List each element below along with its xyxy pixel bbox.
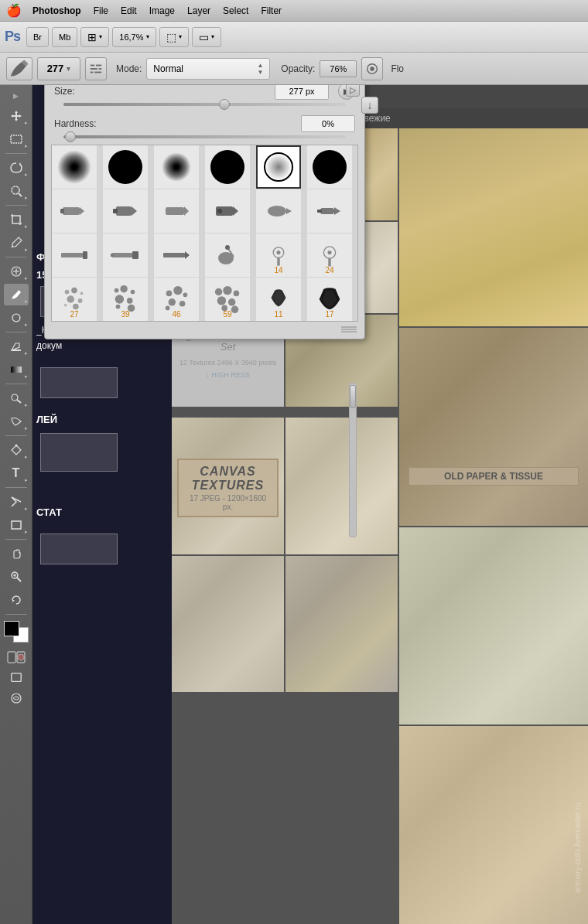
canvas-cell-4[interactable] [285,556,398,693]
svg-point-53 [225,245,230,250]
tool-3d-rotate[interactable] [4,687,29,709]
path-select-icon [9,495,23,509]
tool-type[interactable]: T ▸ [4,462,29,484]
tool-eyedropper[interactable]: ▸ [4,232,29,254]
menu-photoshop[interactable]: Photoshop [26,4,87,18]
tool-hand[interactable] [4,543,29,564]
svg-rect-47 [112,253,132,257]
br-button[interactable]: Br [26,27,49,47]
bp-brush-soft-med[interactable] [154,145,199,189]
bp-brush-ink-2[interactable] [103,189,148,233]
tool-crop[interactable]: ▸ [4,209,29,230]
bp-brush-tool-3[interactable] [154,234,199,277]
bp-brush-ink-5[interactable] [256,189,301,233]
bp-brush-scatter-3[interactable]: 46 [154,278,199,321]
tool-brush[interactable]: ▸ [4,284,29,305]
canvas-cell-1[interactable]: CANVAS TEXTURES 17 JPEG - 1200×1600 px. [172,418,284,554]
svg-rect-25 [12,521,21,529]
bp-brush-soft-border[interactable] [256,145,301,189]
brush-tool-button[interactable] [6,57,32,80]
tool-marquee[interactable]: ▸ [4,128,29,150]
bp-scrollbar[interactable] [349,383,357,537]
bp-size-track[interactable] [63,103,346,106]
svg-rect-56 [277,257,279,265]
tool-smudge[interactable]: ▸ [4,411,29,432]
zoom-display[interactable]: 16,7% ▾ [112,27,156,47]
tool-clone[interactable]: ▸ [4,307,29,329]
tool-quick-select[interactable]: ▸ [4,180,29,202]
tool-dodge[interactable]: ▸ [4,387,29,409]
canvas-cell-3[interactable] [172,556,284,693]
bp-collapse-btn[interactable]: ▷ [346,85,360,97]
airbrush-icon [365,62,379,76]
right-cell-1[interactable] [399,128,588,326]
bp-brush-ink-4[interactable] [205,189,250,233]
menu-select[interactable]: Select [217,4,255,18]
bp-brush-scatter-6[interactable]: 17 [307,278,352,321]
brush-options-button[interactable] [85,57,107,80]
arrange-button[interactable]: ⬚ ▾ [159,27,189,47]
tool-gradient[interactable]: ▸ [4,359,29,380]
bp-brush-ink-6[interactable] [307,189,352,233]
svg-point-61 [71,288,77,294]
bp-brush-scatter-2[interactable]: 39 [103,278,148,321]
menu-bar: 🍎 Photoshop File Edit Image Layer Select… [0,0,588,22]
canvas-cell-2[interactable] [285,418,398,554]
bp-size-thumb[interactable] [219,99,230,110]
menu-layer[interactable]: Layer [181,4,217,18]
tool-rectangle[interactable]: ▸ [4,514,29,536]
bp-brush-ink-3[interactable] [154,189,199,233]
mb-button[interactable]: Mb [52,27,77,47]
tool-separator-9 [5,614,27,615]
tool-eraser[interactable]: ▸ [4,336,29,357]
bp-size-slider-row: ↓ [54,103,355,106]
tool-path-select[interactable]: ▸ [4,491,29,513]
bp-brush-hard-sm[interactable] [307,145,352,189]
opacity-input[interactable]: 76% [320,60,357,77]
apple-menu[interactable]: 🍎 [6,3,22,19]
right-cell-2[interactable]: OLD PAPER & TISSUE [399,328,588,526]
menu-edit[interactable]: Edit [115,4,143,18]
airbrush-button[interactable] [361,57,383,80]
bp-save-btn[interactable]: ↓ [361,97,378,114]
aged-link[interactable]: ↓ HIGH RESS [172,371,284,379]
bp-hardness-input[interactable]: 0% [301,115,355,132]
mode-select[interactable]: Normal ▲ ▼ [146,58,270,80]
bp-hard-track[interactable] [63,135,346,138]
bp-scrollbar-thumb[interactable] [350,385,356,408]
bp-brush-scatter-4[interactable]: 59 [205,278,250,321]
panel-button[interactable]: ▭ ▾ [192,27,221,47]
right-cell-3[interactable] [399,527,588,725]
quick-select-icon [9,184,23,198]
bp-brush-tool-5[interactable]: 14 [256,234,301,277]
bp-brush-tool-1[interactable] [52,234,97,277]
tool-healing[interactable]: ▸ [4,261,29,282]
bp-size-input[interactable]: 277 px [275,85,329,100]
tool-lasso[interactable]: ▸ [4,157,29,179]
workspace-button[interactable]: ⊞ ▾ [80,27,109,47]
menu-filter[interactable]: Filter [255,4,288,18]
bp-brush-scatter-5[interactable]: 11 [256,278,301,321]
bp-brush-tool-6[interactable]: 24 [307,234,352,277]
svg-rect-20 [12,349,21,351]
bp-brush-hard-med[interactable] [205,145,250,189]
quick-mask-button[interactable] [4,647,29,667]
bp-brush-scatter-1[interactable]: 27 [52,278,97,321]
brush-preset-button[interactable]: 277 ▾ [37,57,80,80]
bp-brush-tool-4[interactable] [205,234,250,277]
bp-hard-thumb[interactable] [65,131,76,142]
fg-color[interactable] [4,621,19,636]
tool-move[interactable]: ▸ [4,105,29,127]
bp-brush-tool-2[interactable] [103,234,148,277]
right-cell-4[interactable] [399,726,588,924]
tool-pen[interactable]: ▸ [4,439,29,461]
bp-brush-ink-1[interactable] [52,189,97,233]
bp-brush-hard-large[interactable] [103,145,148,189]
screen-mode-button[interactable] [4,669,29,686]
toolbar-expand[interactable]: ▶ [12,88,21,104]
bp-brush-soft-large[interactable] [52,145,97,189]
menu-image[interactable]: Image [143,4,181,18]
tool-zoom[interactable] [4,566,29,588]
tool-rotate[interactable] [4,589,29,611]
menu-file[interactable]: File [87,4,115,18]
